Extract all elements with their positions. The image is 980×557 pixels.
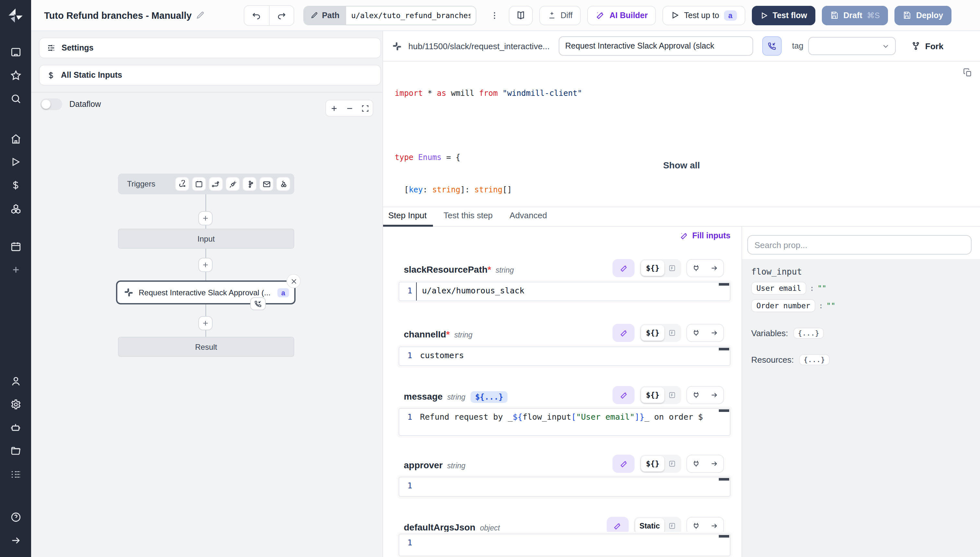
slack-approval-step-node[interactable]: Request Interactive Slack Approval (... … — [116, 280, 296, 305]
show-all-button[interactable]: Show all — [383, 160, 980, 170]
kafka-trigger-icon[interactable] — [242, 177, 256, 191]
arrow-right-icon[interactable] — [705, 329, 724, 337]
triggers-node[interactable]: Triggers — [118, 174, 294, 194]
suspend-approval-phone-button[interactable] — [762, 36, 782, 56]
tag-select[interactable] — [808, 37, 896, 55]
fork-button[interactable]: Fork — [911, 41, 943, 51]
http-route-trigger-icon[interactable] — [209, 177, 223, 191]
resources-cubes-icon[interactable] — [0, 197, 31, 220]
function-mode-icon[interactable] — [664, 460, 680, 467]
undo-button[interactable] — [244, 5, 269, 25]
template-mode-button[interactable]: ${} — [641, 387, 664, 403]
flow-input-root[interactable]: flow_input — [751, 267, 980, 277]
plug-connect-icon[interactable] — [687, 522, 705, 530]
arrow-right-icon[interactable] — [705, 264, 724, 272]
flow-canvas[interactable]: Triggers — [31, 123, 382, 557]
ai-fill-wand-button[interactable] — [612, 324, 635, 342]
editor-scrollbar[interactable] — [719, 283, 729, 286]
arrow-right-icon[interactable] — [705, 522, 724, 530]
arrow-right-icon[interactable] — [705, 391, 724, 399]
schedules-calendar-icon[interactable] — [0, 235, 31, 258]
docs-book-button[interactable] — [509, 5, 533, 25]
test-flow-button[interactable]: Test flow — [752, 5, 816, 25]
ai-fill-wand-button[interactable] — [612, 259, 635, 277]
variables-expand-badge[interactable]: {...} — [793, 328, 824, 339]
more-options-kebab-icon[interactable] — [487, 5, 502, 25]
workspace-icon[interactable] — [0, 40, 31, 64]
static-mode-button[interactable]: Static — [635, 518, 664, 534]
runs-play-icon[interactable] — [0, 150, 31, 174]
audit-logs-list-icon[interactable] — [0, 463, 31, 486]
script-code-viewer[interactable]: import * as wmill from "windmill-client"… — [383, 62, 980, 207]
folders-icon[interactable] — [0, 439, 31, 463]
fill-inputs-button[interactable]: Fill inputs — [680, 231, 730, 240]
settings-gear-icon[interactable] — [0, 393, 31, 416]
fit-view-button[interactable] — [357, 100, 373, 116]
add-plus-icon[interactable] — [0, 258, 31, 281]
plug-connect-icon[interactable] — [687, 329, 705, 337]
zoom-in-button[interactable] — [326, 100, 341, 116]
editor-scrollbar[interactable] — [719, 478, 729, 480]
step-summary-input[interactable] — [559, 36, 753, 56]
input-node[interactable]: Input — [118, 229, 294, 249]
editor-message[interactable]: 1 Refund request by _${flow_input["User … — [399, 408, 730, 436]
plug-connect-icon[interactable] — [687, 391, 705, 399]
dataflow-toggle[interactable] — [40, 98, 62, 110]
tab-test-this-step[interactable]: Test this step — [444, 210, 493, 226]
prop-key[interactable]: Order number — [751, 299, 815, 312]
zoom-out-button[interactable] — [341, 100, 357, 116]
function-mode-icon[interactable] — [664, 391, 680, 399]
test-up-to-button[interactable]: Test up to a — [663, 5, 745, 25]
editor-approver[interactable]: 1 — [399, 477, 730, 497]
function-mode-icon[interactable] — [664, 329, 680, 337]
windmill-logo[interactable] — [0, 0, 31, 31]
template-mode-button[interactable]: ${} — [641, 325, 664, 341]
settings-row[interactable]: Settings — [39, 37, 381, 58]
home-icon[interactable] — [0, 127, 31, 150]
plug-connect-icon[interactable] — [687, 264, 705, 272]
edit-title-pencil-icon[interactable] — [195, 11, 204, 20]
search-prop-input[interactable] — [747, 235, 972, 254]
tab-step-input[interactable]: Step Input — [388, 210, 427, 226]
plug-connect-icon[interactable] — [687, 460, 705, 467]
prop-key[interactable]: User email — [751, 282, 807, 295]
editor-scrollbar[interactable] — [719, 348, 729, 350]
ai-builder-button[interactable]: AI Builder — [588, 5, 656, 25]
deploy-button[interactable]: Deploy — [895, 5, 952, 25]
arrow-right-icon[interactable] — [705, 460, 724, 467]
add-step-button[interactable] — [198, 258, 212, 272]
hub-script-path[interactable]: hub/11500/slack/request_interactive... — [408, 41, 550, 51]
editor-defaultArgsJson[interactable]: 1 — [399, 534, 730, 556]
path-input[interactable] — [346, 6, 476, 24]
variables-dollar-icon[interactable] — [0, 174, 31, 197]
user-icon[interactable] — [0, 369, 31, 393]
copy-code-icon[interactable] — [963, 68, 972, 77]
suspend-approval-phone-icon[interactable] — [250, 297, 266, 310]
search-icon[interactable] — [0, 87, 31, 110]
add-step-button[interactable] — [198, 211, 212, 225]
redo-button[interactable] — [269, 5, 293, 25]
editor-scrollbar[interactable] — [719, 409, 729, 412]
poll-watch-trigger-icon[interactable] — [276, 177, 291, 191]
delete-step-icon[interactable] — [286, 274, 301, 288]
ai-fill-wand-button[interactable] — [612, 455, 635, 473]
draft-button[interactable]: Draft ⌘S — [822, 5, 888, 25]
all-static-inputs-row[interactable]: All Static Inputs — [39, 65, 381, 85]
tab-advanced[interactable]: Advanced — [510, 210, 547, 226]
template-mode-button[interactable]: ${} — [641, 261, 664, 276]
schedule-trigger-icon[interactable] — [192, 177, 206, 191]
collapse-arrow-icon[interactable] — [0, 529, 31, 552]
webhook-trigger-icon[interactable] — [175, 177, 189, 191]
favorites-star-icon[interactable] — [0, 64, 31, 87]
ai-fill-wand-button[interactable] — [612, 386, 635, 404]
websocket-plug-trigger-icon[interactable] — [225, 177, 240, 191]
add-step-button[interactable] — [198, 316, 212, 330]
diff-button[interactable]: Diff — [539, 5, 581, 25]
result-node[interactable]: Result — [118, 337, 294, 357]
ai-robot-icon[interactable] — [0, 416, 31, 439]
help-icon[interactable] — [0, 505, 31, 529]
function-mode-icon[interactable] — [664, 522, 680, 530]
resources-expand-badge[interactable]: {...} — [799, 354, 830, 365]
editor-scrollbar[interactable] — [719, 535, 729, 537]
ai-fill-wand-button[interactable] — [606, 517, 628, 535]
